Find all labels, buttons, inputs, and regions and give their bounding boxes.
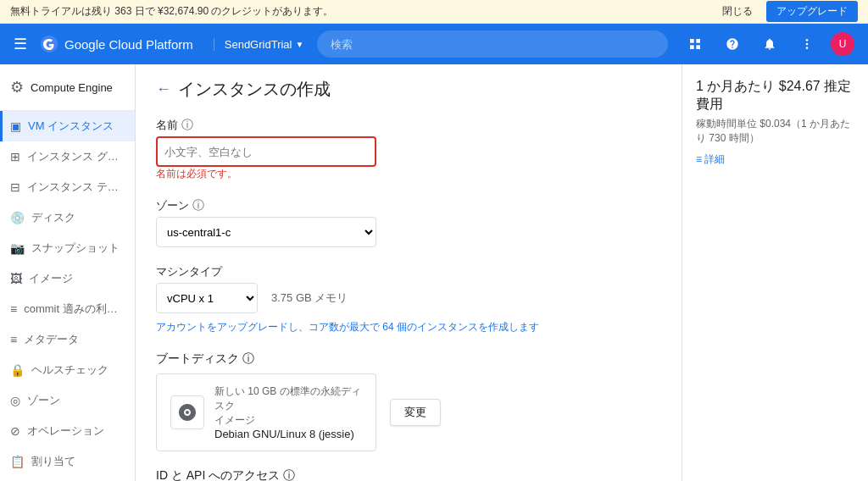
- instance-groups-label: インスタンス グループ: [27, 149, 125, 164]
- svg-point-6: [806, 47, 809, 49]
- boot-disk-help-icon[interactable]: ⓘ: [242, 351, 254, 367]
- back-button[interactable]: ←: [156, 80, 171, 98]
- zone-help-icon[interactable]: ⓘ: [192, 198, 204, 213]
- metadata-label: メタデータ: [24, 332, 79, 347]
- notif-message: 無料トライアルは残り 363 日で ¥32,674.90 のクレジットがあります…: [10, 4, 333, 19]
- sidebar-item-operations[interactable]: ⊘ オペレーション: [0, 416, 135, 446]
- instance-groups-icon: ⊞: [10, 150, 20, 163]
- google-logo-icon: [41, 36, 58, 53]
- disk-sub: イメージ: [214, 413, 362, 428]
- boot-disk-card: 新しい 10 GB の標準の永続ディスク イメージ Debian GNU/Lin…: [156, 373, 376, 451]
- sidebar-item-assignments[interactable]: 📋 割り当て: [0, 446, 135, 477]
- upgrade-button[interactable]: アップグレード: [766, 1, 858, 22]
- health-checks-label: ヘルスチェック: [31, 362, 108, 378]
- pricing-sub: 稼動時間単位 $0.034（1 か月あたり 730 時間）: [696, 117, 854, 146]
- sidebar-item-commit[interactable]: ≡ commit 適みの利用割引: [0, 294, 135, 324]
- svg-rect-1: [696, 39, 700, 43]
- project-dropdown-icon: ▼: [295, 40, 303, 49]
- search-input[interactable]: [317, 30, 668, 58]
- header-actions: U: [682, 30, 854, 58]
- assignments-label: 割り当て: [31, 454, 75, 469]
- main-layout: ⚙ Compute Engine ▣ VM インスタンス ⊞ インスタンス グル…: [0, 64, 868, 481]
- operations-label: オペレーション: [27, 423, 104, 439]
- health-checks-icon: 🔒: [10, 363, 25, 377]
- images-icon: 🖼: [10, 272, 22, 285]
- images-label: イメージ: [29, 271, 73, 286]
- logo-text: Google Cloud Platform: [64, 37, 193, 52]
- menu-icon[interactable]: ☰: [14, 35, 27, 53]
- sidebar-item-images[interactable]: 🖼 イメージ: [0, 263, 135, 294]
- sidebar: ⚙ Compute Engine ▣ VM インスタンス ⊞ インスタンス グル…: [0, 64, 136, 481]
- machine-type-select[interactable]: vCPU x 1: [156, 283, 258, 313]
- close-button[interactable]: 閉じる: [715, 3, 760, 20]
- svg-rect-3: [696, 45, 700, 49]
- svg-rect-0: [690, 39, 694, 43]
- avatar[interactable]: U: [831, 32, 854, 56]
- vm-instances-label: VM インスタンス: [28, 119, 114, 134]
- help-icon[interactable]: [719, 30, 746, 58]
- svg-point-4: [806, 39, 809, 41]
- disk-info: 新しい 10 GB の標準の永続ディスク イメージ Debian GNU/Lin…: [214, 384, 362, 440]
- disk-icon: [170, 395, 204, 429]
- compute-engine-icon: ⚙: [10, 78, 24, 97]
- more-icon[interactable]: [793, 30, 821, 58]
- pricing-detail-link[interactable]: ≡ 詳細: [696, 152, 725, 167]
- disks-icon: 💿: [10, 211, 25, 224]
- operations-icon: ⊘: [10, 424, 20, 438]
- sidebar-item-instance-templates[interactable]: ⊟ インスタンス テンプレート: [0, 172, 135, 202]
- id-api-help-icon[interactable]: ⓘ: [283, 468, 295, 481]
- assignments-icon: 📋: [10, 455, 25, 468]
- search-bar: [317, 30, 668, 58]
- page-title: インスタンスの作成: [178, 78, 331, 101]
- disk-svg-icon: [177, 402, 198, 423]
- svg-rect-2: [690, 45, 694, 49]
- zones-icon: ◎: [10, 394, 20, 407]
- metadata-icon: ≡: [10, 333, 17, 346]
- instance-templates-label: インスタンス テンプレート: [27, 180, 125, 195]
- instance-templates-icon: ⊟: [10, 180, 20, 194]
- name-help-icon[interactable]: ⓘ: [181, 118, 193, 133]
- change-boot-disk-button[interactable]: 変更: [390, 399, 441, 426]
- snapshots-label: スナップショット: [31, 240, 120, 256]
- project-name: SendGridTrial: [225, 38, 292, 51]
- svg-point-5: [806, 43, 809, 46]
- name-input[interactable]: [156, 136, 376, 167]
- sidebar-item-metadata[interactable]: ≡ メタデータ: [0, 324, 135, 355]
- sidebar-item-instance-groups[interactable]: ⊞ インスタンス グループ: [0, 141, 135, 172]
- notification-bar: 無料トライアルは残り 363 日で ¥32,674.90 のクレジットがあります…: [0, 0, 868, 24]
- pricing-panel: 1 か月あたり $24.67 推定費用 稼動時間単位 $0.034（1 か月あた…: [682, 64, 868, 481]
- snapshots-icon: 📷: [10, 241, 25, 255]
- sidebar-header: ⚙ Compute Engine: [0, 64, 135, 111]
- sidebar-item-zones[interactable]: ◎ ゾーン: [0, 385, 135, 416]
- vm-instances-icon: ▣: [10, 119, 21, 133]
- sidebar-service-label: Compute Engine: [31, 81, 113, 94]
- zone-select[interactable]: us-central1-c: [156, 217, 376, 247]
- sidebar-item-health-checks[interactable]: 🔒 ヘルスチェック: [0, 355, 135, 385]
- machine-type-memory: 3.75 GB メモリ: [271, 290, 348, 306]
- header: ☰ Google Cloud Platform SendGridTrial ▼ …: [0, 24, 868, 64]
- disk-os: Debian GNU/Linux 8 (jessie): [214, 428, 362, 440]
- commit-icon: ≡: [10, 302, 17, 316]
- sidebar-item-snapshots[interactable]: 📷 スナップショット: [0, 233, 135, 263]
- disk-title: 新しい 10 GB の標準の永続ディスク: [214, 384, 362, 413]
- sidebar-item-disks[interactable]: 💿 ディスク: [0, 202, 135, 233]
- pricing-main: 1 か月あたり $24.67 推定費用: [696, 78, 854, 113]
- zones-label: ゾーン: [27, 393, 60, 408]
- commit-label: commit 適みの利用割引: [24, 301, 125, 317]
- sidebar-item-settings[interactable]: ⚙ 設定: [0, 477, 135, 481]
- sidebar-item-vm-instances[interactable]: ▣ VM インスタンス: [0, 111, 135, 141]
- notifications-icon[interactable]: [756, 30, 783, 58]
- sidebar-nav: ▣ VM インスタンス ⊞ インスタンス グループ ⊟ インスタンス テンプレー…: [0, 111, 135, 481]
- disks-label: ディスク: [31, 210, 75, 225]
- header-logo: Google Cloud Platform: [41, 36, 193, 53]
- grid-icon[interactable]: [682, 30, 709, 58]
- project-selector[interactable]: SendGridTrial ▼: [214, 38, 304, 51]
